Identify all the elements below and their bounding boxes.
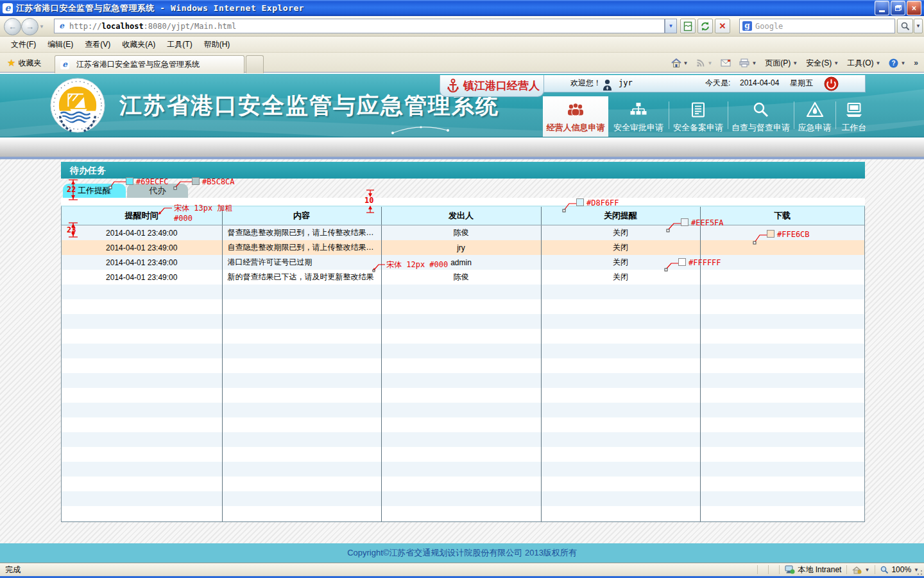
empty-table-row <box>62 521 864 522</box>
table-row: 2014-04-01 23:49:00新的督查结果已下达，请及时更新整改结果陈俊… <box>62 270 864 285</box>
refresh-button[interactable] <box>697 19 713 33</box>
rss-icon <box>696 58 705 67</box>
cell-close: 关闭 <box>541 255 700 270</box>
minimize-button[interactable] <box>875 1 889 15</box>
cell-download <box>700 225 864 241</box>
home-dropdown-icon[interactable]: ▼ <box>683 60 689 66</box>
people-icon <box>567 98 585 122</box>
forward-button[interactable]: → <box>21 18 38 35</box>
empty-table-row <box>62 447 864 462</box>
back-button[interactable]: ← <box>4 18 21 35</box>
refresh-icon <box>700 21 710 31</box>
tools-menu[interactable]: 工具(O)▼ <box>844 57 884 70</box>
safety-menu[interactable]: 安全(S)▼ <box>803 57 842 70</box>
warning-icon <box>806 98 824 122</box>
favorites-button[interactable]: ★ 收藏夹 <box>3 55 46 71</box>
tab-favicon: e <box>60 60 69 69</box>
cell-sender: 陈俊 <box>381 270 541 285</box>
menu-bar: 文件(F)编辑(E)查看(V)收藏夹(A)工具(T)帮助(H) <box>0 37 924 53</box>
address-url: http://localhost:8080/yjpt/Main.html <box>69 22 236 31</box>
tab-todo[interactable]: 代办 <box>127 184 188 198</box>
nav-item-label: 自查与督查申请 <box>732 122 790 134</box>
magnifier-icon <box>752 98 769 122</box>
cell-content: 港口经营许可证号已过期 <box>222 255 381 270</box>
nav-item-2[interactable]: 安全备案申请 <box>669 96 728 137</box>
nav-item-label: 安全审批申请 <box>613 122 663 134</box>
address-input[interactable]: e http://localhost:8080/yjpt/Main.html <box>54 19 665 33</box>
menu-item-5[interactable]: 帮助(H) <box>198 37 236 52</box>
new-tab-stub[interactable] <box>246 55 264 73</box>
username: jyr <box>619 75 633 91</box>
close-reminder-link[interactable]: 关闭 <box>613 258 628 267</box>
nav-item-5[interactable]: 工作台 <box>835 96 873 137</box>
empty-table-row <box>62 299 864 314</box>
table-row: 2014-04-01 23:49:00督查隐患整改期限已到，请上传整改结果…陈俊… <box>62 225 864 241</box>
feeds-button[interactable]: ▼ <box>693 57 715 69</box>
cell-time: 2014-04-01 23:49:00 <box>62 240 222 255</box>
nav-item-1[interactable]: 安全审批申请 <box>608 96 669 137</box>
search-options-dropdown[interactable]: ▼ <box>914 19 923 33</box>
page-menu[interactable]: 页面(P)▼ <box>762 57 801 70</box>
document-icon <box>690 98 706 122</box>
menu-item-3[interactable]: 收藏夹(A) <box>116 37 161 52</box>
menu-item-0[interactable]: 文件(F) <box>5 37 42 52</box>
menu-item-1[interactable]: 编辑(E) <box>42 37 79 52</box>
print-dropdown-icon[interactable]: ▼ <box>751 60 757 66</box>
close-reminder-link[interactable]: 关闭 <box>613 228 628 237</box>
close-reminder-link[interactable]: 关闭 <box>613 272 628 281</box>
security-zone: 本地 Intranet <box>779 565 846 574</box>
col-header-content: 内容 <box>222 207 381 225</box>
copyright-footer: Copyright©江苏省交通规划设计院股份有限公司 2013版权所有 <box>0 543 924 563</box>
help-menu[interactable]: ? ▼ <box>886 57 909 69</box>
close-reminder-link[interactable]: 关闭 <box>613 243 628 252</box>
search-button[interactable] <box>897 19 913 33</box>
close-button[interactable]: × <box>907 1 921 15</box>
menu-item-4[interactable]: 工具(T) <box>161 37 198 52</box>
cell-sender: 陈俊 <box>381 225 541 241</box>
compatibility-view-button[interactable] <box>680 19 696 33</box>
cell-sender: admin <box>381 255 541 270</box>
search-input[interactable]: g Google <box>739 19 895 33</box>
star-icon: ★ <box>7 57 15 69</box>
col-header-close: 关闭提醒 <box>541 207 700 225</box>
empty-table-row <box>62 403 864 417</box>
orgchart-icon <box>629 98 647 122</box>
col-header-time: 提醒时间 <box>62 207 222 225</box>
empty-table-row <box>62 314 864 329</box>
app-header: 江苏省港口安全监管与应急管理系统 欢迎您！ jyr 今天是: 2014-04-0… <box>0 74 924 137</box>
nav-item-label: 经营人信息申请 <box>547 122 605 134</box>
read-mail-button[interactable] <box>717 58 734 68</box>
empty-table-row <box>62 432 864 447</box>
home-icon <box>671 58 681 67</box>
logout-power-button[interactable] <box>824 76 839 92</box>
nav-item-label: 应急申请 <box>798 122 832 134</box>
empty-table-row <box>62 417 864 432</box>
browser-tab[interactable]: e 江苏省港口安全监管与应急管理系统 <box>55 55 244 73</box>
print-button[interactable]: ▼ <box>736 57 760 69</box>
empty-table-row <box>62 358 864 373</box>
recent-pages-dropdown-icon[interactable]: ▼ <box>39 24 44 30</box>
restore-button[interactable] <box>891 1 905 15</box>
empty-table-row <box>62 373 864 388</box>
table-row: 2014-04-01 23:49:00自查隐患整改期限已到，请上传整改结果…jr… <box>62 240 864 255</box>
resize-grip[interactable] <box>915 568 923 575</box>
nav-item-4[interactable]: 应急申请 <box>794 96 835 137</box>
empty-table-row <box>62 477 864 491</box>
protected-mode-button[interactable]: ▼ <box>846 565 875 574</box>
address-dropdown[interactable]: ▼ <box>665 19 677 33</box>
address-toolbar: ← → ▼ e http://localhost:8080/yjpt/Main.… <box>0 16 924 37</box>
tab-work-reminder[interactable]: 工作提醒 <box>63 184 126 198</box>
nav-item-3[interactable]: 自查与督查申请 <box>728 96 794 137</box>
home-button[interactable]: ▼ <box>668 57 692 69</box>
date-value: 2014-04-04 <box>740 75 779 91</box>
org-badge-label: 镇江港口经营人 <box>463 78 540 93</box>
welcome-label: 欢迎您！ <box>570 75 601 91</box>
main-navigation: 经营人信息申请安全审批申请安全备案申请自查与督查申请应急申请工作台 <box>543 96 873 137</box>
todo-panel: 待办任务 工作提醒 代办 提醒时间 内容 发出人 关闭提醒 下载 <box>61 162 865 522</box>
more-commands-chevron[interactable]: » <box>911 57 921 69</box>
cell-close: 关闭 <box>541 240 700 255</box>
menu-item-2[interactable]: 查看(V) <box>79 37 116 52</box>
nav-item-0[interactable]: 经营人信息申请 <box>543 96 608 137</box>
empty-table-row <box>62 388 864 403</box>
stop-button[interactable]: ✕ <box>715 19 730 33</box>
